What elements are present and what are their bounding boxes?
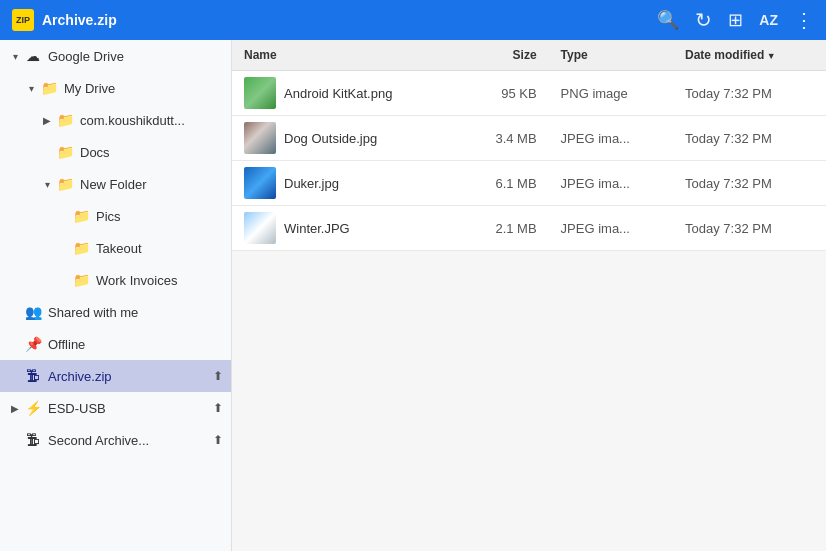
toggle-work-invoices[interactable] — [56, 272, 70, 288]
file-name-winter: Winter.JPG — [284, 221, 350, 236]
toggle-docs[interactable] — [40, 144, 54, 160]
table-row[interactable]: Winter.JPG2.1 MBJPEG ima...Today 7:32 PM — [232, 206, 826, 251]
table-row[interactable]: Dog Outside.jpg3.4 MBJPEG ima...Today 7:… — [232, 116, 826, 161]
toggle-offline[interactable] — [8, 336, 22, 352]
titlebar: ZIP Archive.zip 🔍 ↻ ⊞ AZ ⋮ — [0, 0, 826, 40]
sidebar-item-my-drive[interactable]: ▾📁My Drive — [0, 72, 231, 104]
icon-second-archive: 🗜 — [24, 431, 42, 449]
file-date-winter: Today 7:32 PM — [673, 206, 826, 251]
table-row[interactable]: Android KitKat.png95 KBPNG imageToday 7:… — [232, 71, 826, 116]
file-type-duker: JPEG ima... — [549, 161, 673, 206]
files-list: Name Size Type Date modified Android Kit… — [232, 40, 826, 251]
label-esd-usb: ESD-USB — [48, 401, 213, 416]
file-name-cell-android-kitkat: Android KitKat.png — [244, 77, 450, 109]
sidebar-item-esd-usb[interactable]: ▶⚡ESD-USB⬆ — [0, 392, 231, 424]
sidebar-item-new-folder[interactable]: ▾📁New Folder — [0, 168, 231, 200]
file-thumbnail-winter — [244, 212, 276, 244]
col-size: Size — [462, 40, 549, 71]
toggle-my-drive[interactable]: ▾ — [24, 80, 38, 96]
toggle-shared-with-me[interactable] — [8, 304, 22, 320]
label-second-archive: Second Archive... — [48, 433, 213, 448]
sidebar-item-google-drive[interactable]: ▾☁Google Drive — [0, 40, 231, 72]
sidebar-item-com-koushikdutt[interactable]: ▶📁com.koushikdutt... — [0, 104, 231, 136]
overflow-menu-icon[interactable]: ⋮ — [794, 8, 814, 32]
icon-pics: 📁 — [72, 207, 90, 225]
file-thumbnail-dog-outside — [244, 122, 276, 154]
toggle-esd-usb[interactable]: ▶ — [8, 400, 22, 416]
icon-offline: 📌 — [24, 335, 42, 353]
search-icon[interactable]: 🔍 — [657, 9, 679, 31]
sidebar-item-pics[interactable]: 📁Pics — [0, 200, 231, 232]
grid-view-icon[interactable]: ⊞ — [728, 9, 743, 31]
table-row[interactable]: Duker.jpg6.1 MBJPEG ima...Today 7:32 PM — [232, 161, 826, 206]
label-pics: Pics — [96, 209, 223, 224]
titlebar-left: ZIP Archive.zip — [12, 9, 117, 31]
icon-takeout: 📁 — [72, 239, 90, 257]
content-area: Name Size Type Date modified Android Kit… — [232, 40, 826, 551]
file-name-android-kitkat: Android KitKat.png — [284, 86, 392, 101]
sidebar: ▾☁Google Drive▾📁My Drive▶📁com.koushikdut… — [0, 40, 232, 551]
icon-new-folder: 📁 — [56, 175, 74, 193]
sidebar-item-archive-zip[interactable]: 🗜Archive.zip⬆ — [0, 360, 231, 392]
col-date[interactable]: Date modified — [673, 40, 826, 71]
eject-icon-archive-zip[interactable]: ⬆ — [213, 369, 223, 383]
file-name-cell-duker: Duker.jpg — [244, 167, 450, 199]
toggle-second-archive[interactable] — [8, 432, 22, 448]
toggle-google-drive[interactable]: ▾ — [8, 48, 22, 64]
sidebar-item-takeout[interactable]: 📁Takeout — [0, 232, 231, 264]
sidebar-item-second-archive[interactable]: 🗜Second Archive...⬆ — [0, 424, 231, 456]
toggle-new-folder[interactable]: ▾ — [40, 176, 54, 192]
file-name-cell-dog-outside: Dog Outside.jpg — [244, 122, 450, 154]
icon-work-invoices: 📁 — [72, 271, 90, 289]
icon-esd-usb: ⚡ — [24, 399, 42, 417]
label-my-drive: My Drive — [64, 81, 223, 96]
toggle-pics[interactable] — [56, 208, 70, 224]
sidebar-item-docs[interactable]: 📁Docs — [0, 136, 231, 168]
file-name-duker: Duker.jpg — [284, 176, 339, 191]
label-work-invoices: Work Invoices — [96, 273, 223, 288]
file-date-android-kitkat: Today 7:32 PM — [673, 71, 826, 116]
icon-docs: 📁 — [56, 143, 74, 161]
sidebar-item-work-invoices[interactable]: 📁Work Invoices — [0, 264, 231, 296]
label-google-drive: Google Drive — [48, 49, 223, 64]
file-name-cell-winter: Winter.JPG — [244, 212, 450, 244]
label-new-folder: New Folder — [80, 177, 223, 192]
label-offline: Offline — [48, 337, 223, 352]
label-archive-zip: Archive.zip — [48, 369, 213, 384]
icon-com-koushikdutt: 📁 — [56, 111, 74, 129]
icon-my-drive: 📁 — [40, 79, 58, 97]
file-type-winter: JPEG ima... — [549, 206, 673, 251]
file-type-dog-outside: JPEG ima... — [549, 116, 673, 161]
eject-icon-esd-usb[interactable]: ⬆ — [213, 401, 223, 415]
table-header: Name Size Type Date modified — [232, 40, 826, 71]
titlebar-title: Archive.zip — [42, 12, 117, 28]
toggle-com-koushikdutt[interactable]: ▶ — [40, 112, 54, 128]
label-com-koushikdutt: com.koushikdutt... — [80, 113, 223, 128]
file-name-dog-outside: Dog Outside.jpg — [284, 131, 377, 146]
file-date-duker: Today 7:32 PM — [673, 161, 826, 206]
col-name: Name — [232, 40, 462, 71]
file-size-dog-outside: 3.4 MB — [462, 116, 549, 161]
file-thumbnail-duker — [244, 167, 276, 199]
refresh-icon[interactable]: ↻ — [695, 8, 712, 32]
main-layout: ▾☁Google Drive▾📁My Drive▶📁com.koushikdut… — [0, 40, 826, 551]
titlebar-actions: 🔍 ↻ ⊞ AZ ⋮ — [657, 8, 814, 32]
file-type-android-kitkat: PNG image — [549, 71, 673, 116]
label-shared-with-me: Shared with me — [48, 305, 223, 320]
app-icon: ZIP — [12, 9, 34, 31]
sort-icon[interactable]: AZ — [759, 12, 778, 28]
eject-icon-second-archive[interactable]: ⬆ — [213, 433, 223, 447]
file-size-winter: 2.1 MB — [462, 206, 549, 251]
file-date-dog-outside: Today 7:32 PM — [673, 116, 826, 161]
icon-shared-with-me: 👥 — [24, 303, 42, 321]
label-docs: Docs — [80, 145, 223, 160]
file-thumbnail-android-kitkat — [244, 77, 276, 109]
file-size-android-kitkat: 95 KB — [462, 71, 549, 116]
sidebar-item-shared-with-me[interactable]: 👥Shared with me — [0, 296, 231, 328]
file-table: Name Size Type Date modified Android Kit… — [232, 40, 826, 551]
toggle-archive-zip[interactable] — [8, 368, 22, 384]
label-takeout: Takeout — [96, 241, 223, 256]
sidebar-item-offline[interactable]: 📌Offline — [0, 328, 231, 360]
col-type: Type — [549, 40, 673, 71]
toggle-takeout[interactable] — [56, 240, 70, 256]
